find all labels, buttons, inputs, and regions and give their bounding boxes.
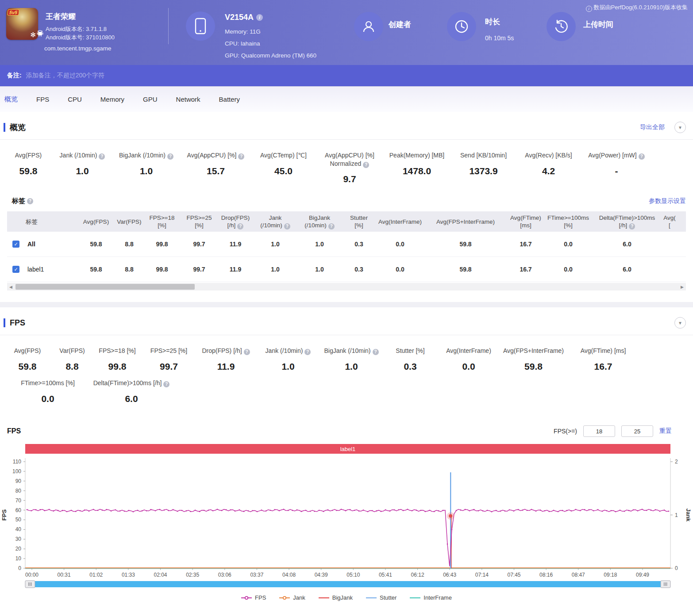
help-icon[interactable]: ? (284, 223, 290, 230)
cell-value: 0.0 (544, 266, 592, 273)
cell-value: 1.0 (297, 266, 342, 273)
tab-Battery[interactable]: Battery (219, 96, 240, 103)
legend-Jank[interactable]: Jank (279, 594, 305, 601)
svg-text:30: 30 (15, 536, 22, 542)
help-icon[interactable]: ? (328, 223, 335, 230)
metric-Stutter-[%]: Stutter [%]0.3 (382, 347, 438, 372)
metric-value: 0.3 (382, 361, 438, 372)
table-row-All: ✓All59.88.899.899.711.91.01.00.30.059.81… (7, 232, 686, 257)
help-icon[interactable]: ? (373, 349, 379, 355)
column-header: Avg( [ (662, 214, 677, 229)
scrollbar-thumb[interactable] (15, 284, 195, 290)
column-header: Avg(InterFrame) (376, 218, 424, 226)
param-settings-link[interactable]: 参数显示设置 (649, 197, 686, 205)
help-icon[interactable]: ? (163, 381, 169, 387)
help-icon[interactable]: ? (363, 162, 369, 168)
legend-InterFrame[interactable]: InterFrame (410, 594, 452, 601)
svg-text:08:16: 08:16 (539, 572, 553, 578)
svg-text:07:14: 07:14 (475, 572, 489, 578)
cell-value: 0.0 (376, 266, 424, 273)
reset-link[interactable]: 重置 (659, 427, 672, 435)
slider-left-grip[interactable] (25, 581, 35, 588)
column-header: Avg(FPS+InterFrame) (424, 218, 507, 226)
svg-text:80: 80 (15, 488, 22, 494)
help-icon[interactable]: ? (639, 153, 645, 160)
metric-BigJank-(/10min): BigJank (/10min)?1.0 (320, 347, 382, 372)
tab-概览[interactable]: 概览 (4, 95, 18, 103)
row-label: label1 (27, 266, 44, 273)
fps-threshold-high-input[interactable] (621, 425, 653, 437)
cell-value: 59.8 (77, 266, 115, 273)
svg-text:04:08: 04:08 (282, 572, 296, 578)
column-header: Drop(FPS) [/h]? (218, 214, 253, 230)
column-header: FTime>=100ms [%] (544, 214, 592, 229)
table-row-label1: ✓label159.88.899.899.711.91.01.00.30.059… (7, 257, 686, 282)
fps-metrics-row2: FTime>=100ms [%]0.0Delta(FTime)>100ms [/… (0, 375, 693, 412)
metric-value: 1.0 (256, 361, 320, 372)
export-all-link[interactable]: 导出全部 (640, 123, 665, 131)
fps-chart[interactable]: 010203040506070809010011001200:0000:3101… (0, 454, 693, 593)
column-header: Avg(FPS) (77, 218, 115, 226)
tab-FPS[interactable]: FPS (36, 96, 49, 103)
fps-chart-title: FPS (7, 427, 21, 435)
info-icon[interactable]: i (256, 14, 263, 21)
tab-CPU[interactable]: CPU (68, 96, 82, 103)
help-icon[interactable]: ? (167, 153, 173, 160)
help-icon[interactable]: ? (629, 223, 635, 230)
tab-GPU[interactable]: GPU (143, 96, 158, 103)
row-checkbox[interactable]: ✓ (12, 241, 19, 248)
svg-text:01:33: 01:33 (122, 572, 135, 578)
help-icon[interactable]: ? (27, 198, 33, 204)
cell-value: 1.0 (253, 241, 297, 248)
cell-value: 59.8 (77, 241, 115, 248)
info-outline-icon: i (586, 6, 592, 12)
metric-Peak(Memory)-[MB]: Peak(Memory) [MB]1478.0 (383, 151, 451, 184)
metric-Avg(AppCPU)-[%]-Normalized: Avg(AppCPU) [%] Normalized?9.7 (316, 151, 383, 184)
overview-title: 概览 (10, 122, 26, 133)
fps-threshold-low-input[interactable] (583, 425, 615, 437)
legend-Stutter[interactable]: Stutter (366, 594, 397, 601)
duration-clock-icon (447, 12, 476, 41)
metric-value: 0.0 (4, 394, 92, 404)
cell-value: 8.8 (115, 266, 143, 273)
note-bar[interactable]: 备注: 添加备注，不超过200个字符 (0, 65, 693, 86)
row-checkbox[interactable]: ✓ (12, 266, 19, 273)
cell-value: 99.7 (181, 266, 218, 273)
device-memory: Memory: 11G (225, 28, 261, 35)
scroll-left-arrow[interactable]: ◀ (7, 283, 15, 291)
svg-text:03:06: 03:06 (218, 572, 231, 578)
duration-label: 时长 (485, 17, 500, 27)
metric-value: 1373.9 (451, 166, 516, 176)
metric-Avg(FPS): Avg(FPS)59.8 (4, 151, 53, 184)
scroll-right-arrow[interactable]: ▶ (678, 283, 686, 291)
help-icon[interactable]: ? (304, 349, 311, 355)
metric-Avg(FPS): Avg(FPS)59.8 (4, 347, 51, 372)
svg-text:FPS: FPS (1, 509, 8, 521)
help-icon[interactable]: ? (237, 223, 243, 230)
help-icon[interactable]: ? (99, 153, 105, 160)
svg-text:Jank: Jank (685, 509, 692, 522)
cell-value: 0.0 (376, 241, 424, 248)
tab-Network[interactable]: Network (176, 96, 200, 103)
tab-Memory[interactable]: Memory (100, 96, 124, 103)
svg-text:04:39: 04:39 (315, 572, 328, 578)
cell-value: 59.8 (424, 241, 507, 248)
cell-value: 16.7 (507, 266, 544, 273)
legend-BigJank[interactable]: BigJank (319, 594, 353, 601)
metric-Avg(Recv)-[KB/s]: Avg(Recv) [KB/s]4.2 (516, 151, 581, 184)
cell-value: 0.3 (342, 241, 376, 248)
section-band-divider (0, 302, 693, 307)
svg-text:50: 50 (15, 517, 22, 523)
svg-text:20: 20 (15, 546, 22, 552)
help-icon[interactable]: ? (244, 349, 250, 355)
fps-collapse-button[interactable]: ▼ (674, 317, 686, 329)
slider-right-grip[interactable] (661, 581, 670, 588)
scrollbar-track[interactable] (15, 283, 678, 291)
metric-Var(FPS): Var(FPS)8.8 (51, 347, 93, 372)
header-divider (168, 8, 169, 44)
fps-chart-controls: FPS FPS(>=) 重置 (0, 412, 693, 437)
metric-value: 8.8 (51, 361, 93, 372)
overview-collapse-button[interactable]: ▼ (674, 122, 686, 133)
legend-FPS[interactable]: FPS (241, 594, 266, 601)
help-icon[interactable]: ? (238, 153, 244, 160)
